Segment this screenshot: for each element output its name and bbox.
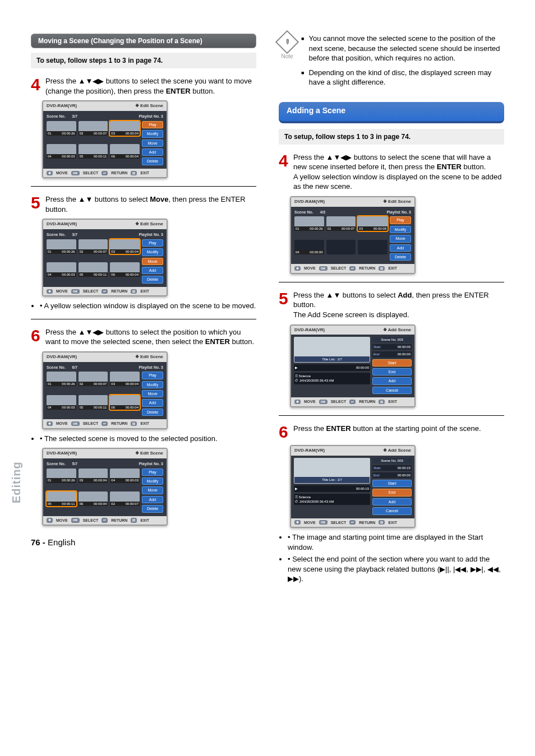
menu-modify[interactable]: Modify xyxy=(142,477,163,485)
menu-play[interactable]: Play xyxy=(142,121,163,128)
menu-add[interactable]: Add xyxy=(390,244,411,252)
menu-move[interactable]: Move xyxy=(142,258,163,265)
menu-move[interactable]: Move xyxy=(142,390,163,397)
add-scene-screen: DVD-RAM(VR)❖ Add Scene Title List : 1/7 … xyxy=(290,324,416,407)
menu-delete[interactable]: Delete xyxy=(390,253,411,261)
side-tab: Editing xyxy=(9,461,24,503)
menu-delete[interactable]: Delete xyxy=(142,157,163,165)
step-5: 5 Press the ▲▼ buttons to select Add, th… xyxy=(279,290,504,320)
note-bullet: • The selected scene is moved to the sel… xyxy=(40,434,256,444)
menu-add[interactable]: Add xyxy=(142,496,163,503)
step-text: Press the ▲▼ buttons to select Add, then… xyxy=(293,290,504,320)
menu-delete[interactable]: Delete xyxy=(142,276,163,283)
menu-add[interactable]: Add xyxy=(142,399,163,406)
step-4: 4 Press the ▲▼◀▶ buttons to select the s… xyxy=(279,152,504,192)
menu-add[interactable]: Add xyxy=(142,149,163,156)
step-6: 6 Press the ENTER button at the starting… xyxy=(279,424,504,440)
edit-scene-screen: DVD-RAM(VR)❖ Edit Scene Scene No. 3/7Pla… xyxy=(42,219,168,296)
note-icon: ✎ xyxy=(275,30,299,54)
menu-delete[interactable]: Delete xyxy=(142,505,163,512)
add-start[interactable]: Start xyxy=(372,480,412,487)
menu-modify[interactable]: Modify xyxy=(142,248,163,256)
add-end[interactable]: End xyxy=(372,368,412,375)
step-4: 4 Press the ▲▼◀▶ buttons to select the s… xyxy=(31,76,256,96)
add-add[interactable]: Add xyxy=(372,377,412,384)
step-text: Press the ENTER button at the starting p… xyxy=(293,424,504,434)
step-number: 6 xyxy=(31,327,41,344)
note-bullet: • A yellow selection window is displayed… xyxy=(40,301,256,311)
menu-modify[interactable]: Modify xyxy=(142,381,163,388)
edit-scene-screen: DVD-RAM(VR)❖ Edit Scene Scene No. 5/7Pla… xyxy=(42,448,168,526)
page-footer: 76 - English xyxy=(31,537,256,548)
edit-scene-screen: DVD-RAM(VR)❖ Edit Scene Scene No. 6/7Pla… xyxy=(42,351,168,429)
section-header-adding: Adding a Scene xyxy=(279,102,504,123)
step-5: 5 Press the ▲▼ buttons to select Move, t… xyxy=(31,194,256,214)
section-header-moving: Moving a Scene (Changing the Position of… xyxy=(31,34,256,48)
step-text: Press the ▲▼◀▶ buttons to select the sce… xyxy=(45,76,256,96)
step-number: 6 xyxy=(279,424,289,440)
add-cancel[interactable]: Cancel xyxy=(372,507,412,514)
step-number: 4 xyxy=(279,152,289,169)
menu-move[interactable]: Move xyxy=(390,235,411,242)
menu-modify[interactable]: Modify xyxy=(142,130,163,137)
setup-note: To setup, follow steps 1 to 3 in page 74… xyxy=(31,53,256,68)
note-bullet: • The image and starting point time are … xyxy=(288,532,504,584)
menu-play[interactable]: Play xyxy=(390,216,411,224)
note-list: You cannot move the selected scene to th… xyxy=(301,34,504,92)
menu-play[interactable]: Play xyxy=(142,469,163,476)
menu-delete[interactable]: Delete xyxy=(142,409,163,416)
setup-note: To setup, follow steps 1 to 3 in page 74… xyxy=(279,129,504,145)
menu-play[interactable]: Play xyxy=(142,372,163,379)
edit-scene-screen: DVD-RAM(VR)❖ Edit Scene Scene No. 3/7Pla… xyxy=(42,100,168,178)
add-scene-screen: DVD-RAM(VR)❖ Add Scene Title List : 1/7 … xyxy=(290,445,416,528)
step-number: 4 xyxy=(31,76,41,93)
add-start[interactable]: Start xyxy=(372,359,412,367)
add-cancel[interactable]: Cancel xyxy=(372,387,412,394)
step-text: Press the ▲▼◀▶ buttons to select the sce… xyxy=(293,152,504,192)
step-text: Press the ▲▼◀▶ buttons to select the pos… xyxy=(45,327,256,347)
add-add[interactable]: Add xyxy=(372,498,412,505)
add-end[interactable]: End xyxy=(372,489,412,496)
menu-move[interactable]: Move xyxy=(142,486,163,494)
menu-move[interactable]: Move xyxy=(142,140,163,147)
step-text: Press the ▲▼ buttons to select Move, the… xyxy=(45,194,256,214)
step-6: 6 Press the ▲▼◀▶ buttons to select the p… xyxy=(31,327,256,347)
step-number: 5 xyxy=(31,194,41,211)
edit-scene-screen: DVD-RAM(VR)❖ Edit Scene Scene No. 4/3Pla… xyxy=(290,196,416,274)
menu-play[interactable]: Play xyxy=(142,239,163,247)
menu-add[interactable]: Add xyxy=(142,267,163,274)
menu-modify[interactable]: Modify xyxy=(390,226,411,233)
step-number: 5 xyxy=(279,290,289,307)
